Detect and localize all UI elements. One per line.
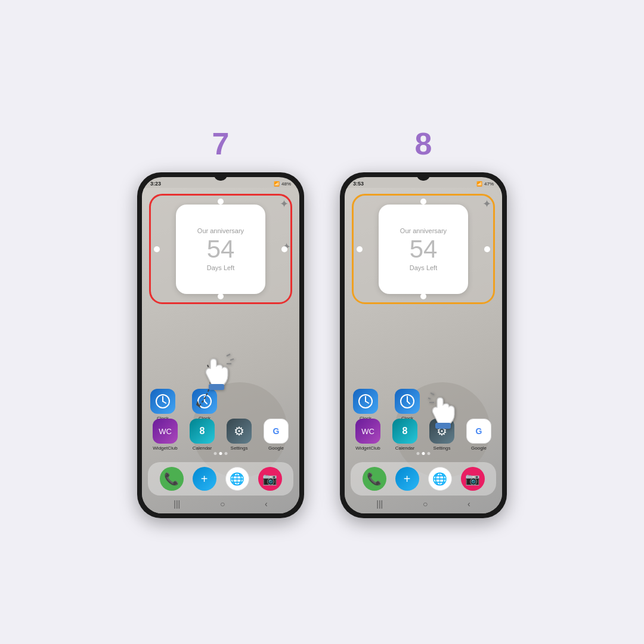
wifi-icon-7: 📶 — [274, 181, 280, 187]
settings-label-8: Settings — [434, 445, 451, 451]
widgetclub-icon-7[interactable]: WC — [153, 419, 178, 444]
dock-chrome-8[interactable]: 🌐 — [428, 467, 452, 491]
handle-bottom-8[interactable] — [420, 293, 426, 299]
svg-line-16 — [407, 401, 410, 404]
dock-camera-8[interactable]: 📷 — [461, 467, 485, 491]
handle-left-7[interactable] — [154, 246, 160, 252]
status-right-8: 📶 47% — [476, 181, 494, 187]
dock-chat-7[interactable]: + — [193, 467, 216, 491]
app-calendar-7[interactable]: 8 Calendar — [185, 419, 219, 451]
anniversary-widget-7: Our anniversary 54 Days Left — [176, 205, 265, 294]
anniversary-title-8: Our anniversary — [400, 227, 447, 234]
widget-area-8[interactable]: Our anniversary 54 Days Left — [352, 194, 495, 304]
calendar-icon-8[interactable]: 8 — [392, 419, 417, 444]
clock1-icon-7[interactable] — [150, 389, 175, 414]
svg-line-18 — [428, 398, 431, 399]
app-row1-8: Clock Clock — [345, 389, 502, 421]
handle-right-7[interactable] — [281, 246, 287, 252]
wallpaper-8: Our anniversary 54 Days Left ✦ Clock — [345, 188, 502, 513]
phone-7: 3:23 📶 48% Our anniversary 54 — [137, 172, 304, 518]
page-dots-7 — [214, 452, 228, 455]
dock-camera-7[interactable]: 📷 — [258, 467, 282, 491]
calendar-label-7: Calendar — [193, 445, 212, 451]
battery-8: 47% — [484, 181, 494, 187]
sparkle-tr-7: ✦ — [280, 197, 289, 210]
step-8-number: 8 — [415, 126, 432, 162]
handle-top-8[interactable] — [420, 199, 426, 205]
status-time-7: 3:23 — [150, 181, 161, 187]
nav-bar-7: ||| ○ ‹ — [142, 499, 299, 509]
app-grid-7: WC WidgetClub 8 Calendar ⚙ Settings G Go… — [142, 419, 299, 451]
widgetclub-icon-8[interactable]: WC — [355, 419, 380, 444]
svg-line-2 — [163, 401, 166, 403]
dot3-8 — [428, 452, 431, 455]
hand-cursor-7 — [202, 353, 234, 397]
clock2-icon-8[interactable] — [395, 389, 420, 414]
calendar-icon-7[interactable]: 8 — [190, 419, 215, 444]
status-right-7: 📶 48% — [274, 181, 291, 187]
calendar-label-8: Calendar — [395, 445, 414, 451]
step-7-container: 7 3:23 📶 48% — [137, 126, 304, 518]
dock-7: 📞 + 🌐 📷 — [148, 462, 293, 496]
anniversary-number-8: 54 — [410, 237, 438, 262]
nav-back-8[interactable]: ‹ — [467, 499, 470, 509]
app-calendar-8[interactable]: 8 Calendar — [388, 419, 422, 451]
clock1-icon-8[interactable] — [353, 389, 378, 414]
app-widgetclub-8[interactable]: WC WidgetClub — [351, 419, 385, 451]
dot2-8 — [422, 452, 425, 455]
app-clock1-8[interactable]: Clock — [353, 389, 378, 421]
svg-line-17 — [431, 393, 434, 395]
phone-8: 3:53 📶 47% Our anniversary 54 — [340, 172, 507, 518]
dot1-8 — [417, 452, 420, 455]
dot3-7 — [225, 452, 228, 455]
app-settings-7[interactable]: ⚙ Settings — [222, 419, 256, 451]
dot2-7 — [219, 452, 222, 455]
dock-chrome-7[interactable]: 🌐 — [225, 467, 249, 491]
svg-line-7 — [230, 359, 234, 360]
handle-left-8[interactable] — [357, 246, 363, 252]
svg-rect-20 — [435, 423, 451, 429]
wallpaper-7: Our anniversary 54 Days Left ✦ ✦ Clock — [142, 188, 299, 513]
handle-right-8[interactable] — [484, 246, 490, 252]
app-google-7[interactable]: G Google — [259, 419, 293, 451]
google-icon-8[interactable]: G — [466, 419, 491, 444]
nav-menu-7[interactable]: ||| — [174, 499, 180, 509]
app-clock2-8[interactable]: Clock — [395, 389, 420, 421]
svg-line-13 — [366, 401, 369, 403]
app-widgetclub-7[interactable]: WC WidgetClub — [148, 419, 182, 451]
dock-8: 📞 + 🌐 📷 — [351, 462, 496, 496]
app-clock1-7[interactable]: Clock — [150, 389, 175, 421]
nav-menu-8[interactable]: ||| — [376, 499, 383, 509]
svg-rect-9 — [209, 384, 224, 390]
nav-home-8[interactable]: ○ — [423, 499, 428, 509]
phone-screen-8: 3:53 📶 47% Our anniversary 54 — [345, 177, 502, 513]
status-time-8: 3:53 — [353, 181, 364, 187]
battery-7: 48% — [281, 181, 291, 187]
widget-area-7[interactable]: Our anniversary 54 Days Left — [149, 194, 292, 304]
dock-phone-7[interactable]: 📞 — [160, 467, 184, 491]
svg-line-6 — [227, 354, 230, 356]
dock-phone-8[interactable]: 📞 — [363, 467, 386, 491]
anniversary-subtitle-8: Days Left — [410, 264, 437, 271]
settings-icon-7[interactable]: ⚙ — [227, 419, 252, 444]
dot1-7 — [214, 452, 217, 455]
step-7-number: 7 — [212, 126, 230, 162]
hand-cursor-8 — [428, 392, 461, 436]
anniversary-subtitle-7: Days Left — [207, 264, 234, 271]
google-label-8: Google — [471, 445, 487, 451]
page-dots-8 — [417, 452, 431, 455]
nav-home-7[interactable]: ○ — [220, 499, 225, 509]
google-label-7: Google — [268, 445, 284, 451]
dock-chat-8[interactable]: + — [395, 467, 419, 491]
anniversary-number-7: 54 — [207, 237, 235, 262]
nav-back-7[interactable]: ‹ — [265, 499, 268, 509]
sparkle-tr-8: ✦ — [482, 197, 491, 210]
google-icon-7[interactable]: G — [264, 419, 289, 444]
step-8-container: 8 3:53 📶 47% — [340, 126, 507, 518]
handle-bottom-7[interactable] — [218, 293, 224, 299]
app-google-8[interactable]: G Google — [462, 419, 496, 451]
handle-top-7[interactable] — [218, 199, 224, 205]
anniversary-title-7: Our anniversary — [197, 227, 244, 234]
settings-label-7: Settings — [231, 445, 248, 451]
widgetclub-label-8: WidgetClub — [355, 445, 380, 451]
